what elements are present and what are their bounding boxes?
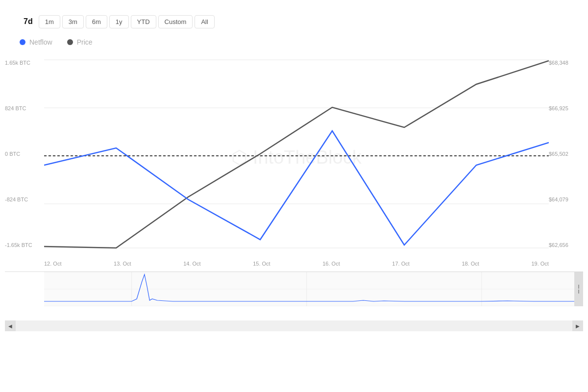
x-axis: 12. Oct 13. Oct 14. Oct 15. Oct 16. Oct … — [44, 261, 549, 267]
y-left-1: 1.65k BTC — [5, 60, 44, 66]
btn-all[interactable]: All — [195, 15, 214, 28]
x-label-3: 15. Oct — [253, 261, 270, 267]
scroll-right-button[interactable]: ▶ — [572, 320, 583, 331]
y-right-4: $64,079 — [549, 196, 583, 202]
y-right-5: $62,656 — [549, 242, 583, 248]
x-label-6: 18. Oct — [462, 261, 479, 267]
legend-netflow: Netflow — [20, 38, 52, 46]
scrollbar: ◀ ▶ — [5, 320, 583, 331]
btn-6m[interactable]: 6m — [86, 15, 107, 28]
netflow-dot — [20, 39, 25, 45]
y-right-2: $66,925 — [549, 105, 583, 111]
y-left-2: 824 BTC — [5, 105, 44, 111]
btn-custom[interactable]: Custom — [158, 15, 193, 28]
y-axis-right: $68,348 $66,925 $65,502 $64,079 $62,656 — [549, 56, 583, 252]
main-chart-svg: ⬡ IntoTheBlock — [44, 56, 549, 252]
x-label-1: 13. Oct — [114, 261, 131, 267]
scroll-left-button[interactable]: ◀ — [5, 320, 16, 331]
legend-price: Price — [67, 38, 93, 46]
btn-3m[interactable]: 3m — [62, 15, 84, 28]
y-axis-left: 1.65k BTC 824 BTC 0 BTC -824 BTC -1.65k … — [5, 56, 44, 252]
price-dot — [67, 39, 73, 45]
y-left-4: -824 BTC — [5, 196, 44, 202]
y-left-3: 0 BTC — [5, 151, 44, 157]
btn-ytd[interactable]: YTD — [131, 15, 156, 28]
y-right-1: $68,348 — [549, 60, 583, 66]
btn-1y[interactable]: 1y — [109, 15, 129, 28]
mini-chart-area: 2010 2015 2020 — [5, 271, 583, 320]
btn-7d[interactable]: 7d — [20, 15, 37, 28]
mini-chart-svg — [44, 272, 574, 306]
x-label-2: 14. Oct — [183, 261, 200, 267]
scroll-track[interactable] — [16, 320, 572, 331]
x-label-7: 19. Oct — [531, 261, 548, 267]
netflow-label: Netflow — [29, 38, 52, 46]
time-range-bar: 7d 1m 3m 6m 1y YTD Custom All — [0, 10, 588, 36]
main-container: 7d 1m 3m 6m 1y YTD Custom All Netflow Pr… — [0, 0, 588, 392]
y-right-3: $65,502 — [549, 151, 583, 157]
x-label-5: 17. Oct — [392, 261, 409, 267]
main-chart-area: 1.65k BTC 824 BTC 0 BTC -824 BTC -1.65k … — [5, 56, 583, 267]
price-label: Price — [77, 38, 93, 46]
btn-1m[interactable]: 1m — [39, 15, 60, 28]
y-left-5: -1.65k BTC — [5, 242, 44, 248]
svg-text:⬡ IntoTheBlock: ⬡ IntoTheBlock — [231, 147, 362, 168]
x-label-0: 12. Oct — [44, 261, 61, 267]
mini-chart-handle[interactable] — [574, 272, 583, 306]
chart-legend: Netflow Price — [0, 36, 588, 56]
x-label-4: 16. Oct — [322, 261, 340, 267]
